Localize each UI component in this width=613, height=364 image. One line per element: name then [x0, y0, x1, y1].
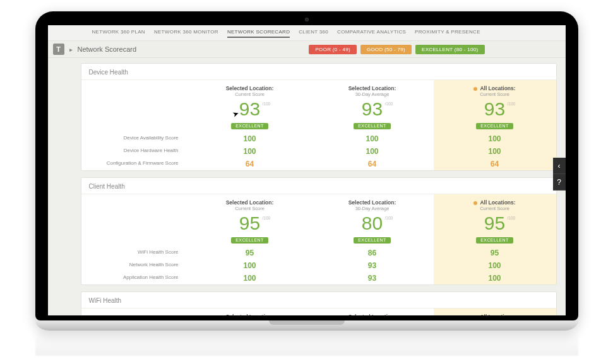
- metric: 95: [189, 247, 311, 259]
- metric: 100: [311, 132, 434, 145]
- device-score-all-locations: 93/100 EXCELLENT: [434, 98, 556, 132]
- col-head-all-locations: All Locations: Current Score: [434, 308, 556, 315]
- metric: 64: [434, 158, 556, 170]
- row-application-health: Application Health Score: [81, 272, 189, 285]
- laptop-frame: NETWORK 360 PLAN NETWORK 360 MONITOR NET…: [35, 11, 578, 331]
- top-tabs: NETWORK 360 PLAN NETWORK 360 MONITOR NET…: [48, 25, 566, 41]
- metric: 86: [311, 247, 434, 259]
- chevron-right-icon: ▸: [69, 46, 73, 53]
- metric: 95: [434, 247, 556, 259]
- tab-network-360-monitor[interactable]: NETWORK 360 MONITOR: [154, 29, 218, 38]
- tab-comparative-analytics[interactable]: COMPARATIVE ANALYTICS: [337, 29, 406, 38]
- client-score-selected-current: 95/100 EXCELLENT: [189, 213, 311, 247]
- client-score-all-locations: 95/100 EXCELLENT: [434, 213, 556, 247]
- device-health-card: Device Health Selected Location: Current…: [81, 63, 557, 171]
- metric: 100: [189, 259, 311, 272]
- col-head-selected-current: Selected Location: Current Score: [189, 308, 311, 315]
- page-title: Network Scorecard: [78, 45, 137, 53]
- laptop-base: [35, 320, 578, 331]
- laptop-reflection: [35, 331, 578, 356]
- page-titlebar: T ▸ Network Scorecard POOR (0 - 49) GOOD…: [48, 41, 566, 58]
- dock-collapse-button[interactable]: ‹: [553, 158, 566, 174]
- metric: 93: [311, 259, 434, 272]
- col-head-selected-current: Selected Location: Current Score: [189, 80, 311, 98]
- status-dot-icon: [473, 87, 477, 91]
- col-head-all-locations: All Locations: Current Score: [434, 80, 556, 98]
- row-device-hardware: Device Hardware Health: [81, 145, 189, 158]
- metric: 100: [189, 272, 311, 285]
- content-area: ➤ Device Health Selected Location: Curre…: [48, 58, 566, 315]
- device-score-selected-30day: 93/100 EXCELLENT: [311, 98, 434, 132]
- app-screen: NETWORK 360 PLAN NETWORK 360 MONITOR NET…: [48, 25, 566, 315]
- status-dot-icon: [473, 201, 477, 205]
- row-device-availability: Device Availability Score: [81, 132, 189, 145]
- wifi-health-title: WiFi Health: [81, 292, 556, 308]
- device-health-title: Device Health: [81, 64, 556, 80]
- row-config-firmware: Configuration & Firmware Score: [81, 158, 189, 170]
- col-head-selected-30day: Selected Location: 30-Day Average: [311, 194, 434, 213]
- metric: 64: [311, 158, 434, 170]
- col-head-all-locations: All Locations: Current Score: [434, 194, 556, 213]
- metric: 64: [189, 158, 311, 170]
- metric: 100: [189, 132, 311, 145]
- tab-client-360[interactable]: CLIENT 360: [299, 29, 328, 38]
- tab-network-scorecard[interactable]: NETWORK SCORECARD: [227, 29, 290, 38]
- right-dock: ‹ ?: [553, 158, 566, 191]
- tab-proximity-presence[interactable]: PROXIMITY & PRESENCE: [415, 29, 480, 38]
- metric: 100: [434, 132, 556, 145]
- col-head-selected-current: Selected Location: Current Score: [189, 194, 311, 213]
- legend-good: GOOD (50 - 79): [360, 45, 412, 54]
- col-head-selected-30day: Selected Location: 30-Day Average: [311, 308, 434, 315]
- metric: 93: [311, 272, 434, 285]
- metric: 100: [311, 145, 434, 158]
- tab-network-360-plan[interactable]: NETWORK 360 PLAN: [92, 29, 145, 38]
- client-score-selected-30day: 80/100 EXCELLENT: [311, 213, 434, 247]
- metric: 100: [434, 145, 556, 158]
- location-icon[interactable]: T: [53, 44, 64, 55]
- metric: 100: [434, 272, 556, 285]
- col-head-selected-30day: Selected Location: 30-Day Average: [311, 80, 434, 98]
- wifi-health-card: WiFi Health Selected Location: Current S…: [81, 291, 557, 315]
- row-wifi-health: WiFi Health Score: [81, 247, 189, 259]
- laptop-bezel: NETWORK 360 PLAN NETWORK 360 MONITOR NET…: [35, 11, 578, 320]
- client-health-title: Client Health: [81, 178, 556, 194]
- camera-dot: [305, 18, 309, 21]
- dock-help-button[interactable]: ?: [553, 174, 566, 191]
- score-legend: POOR (0 - 49) GOOD (50 - 79) EXCELLENT (…: [309, 45, 484, 54]
- device-score-selected-current: 93/100 EXCELLENT: [189, 98, 311, 132]
- client-health-card: Client Health Selected Location: Current…: [81, 177, 557, 285]
- metric: 100: [434, 259, 556, 272]
- row-network-health: Network Health Score: [81, 259, 189, 272]
- legend-poor: POOR (0 - 49): [309, 45, 356, 54]
- metric: 100: [189, 145, 311, 158]
- legend-excellent: EXCELLENT (80 - 100): [415, 45, 484, 54]
